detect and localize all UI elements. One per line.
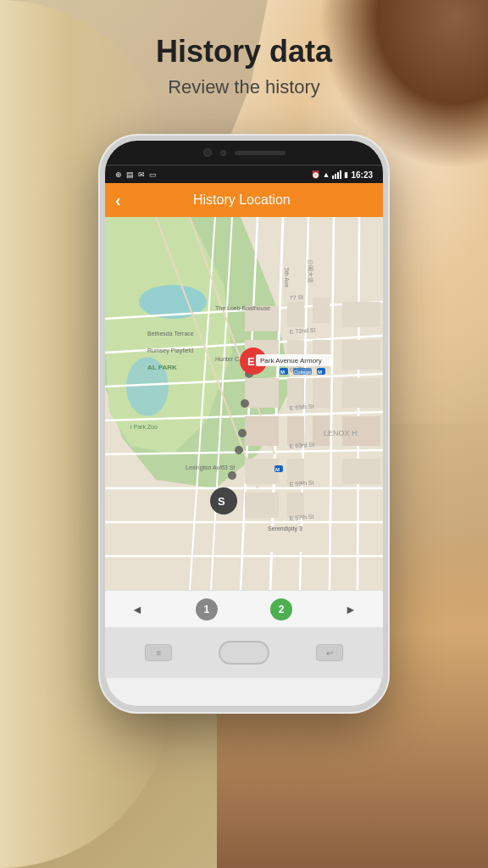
svg-point-72 — [241, 399, 249, 408]
phone-body: ⊕ ▤ ✉ ▭ ⏰ ▲ ▮ 16:23 ‹ History Loc — [100, 136, 388, 712]
back-hardware-icon: ↩ — [326, 648, 333, 658]
svg-rect-34 — [245, 459, 279, 484]
camera-lens — [203, 148, 212, 157]
svg-text:公園大道: 公園大道 — [308, 259, 313, 283]
status-icons-left: ⊕ ▤ ✉ ▭ — [115, 170, 157, 179]
svg-text:AL PARK: AL PARK — [147, 364, 177, 371]
main-title: History data — [0, 34, 488, 70]
signal-bar-4 — [340, 170, 341, 179]
svg-text:Hunter C...: Hunter C... — [215, 356, 244, 362]
svg-text:E: E — [247, 355, 255, 368]
menu-hardware-button[interactable]: ≡ — [145, 644, 172, 661]
status-icon-3: ✉ — [138, 170, 145, 179]
bottom-nav: ◄ 1 2 ► — [105, 590, 383, 627]
svg-text:Lexington Av/63 St: Lexington Av/63 St — [186, 465, 235, 471]
signal-bar-2 — [335, 174, 336, 179]
svg-text:Rumsey Playfield: Rumsey Playfield — [147, 348, 193, 354]
svg-text:S: S — [218, 495, 225, 508]
battery-icon: ▮ — [344, 170, 348, 179]
svg-text:College: College — [294, 370, 312, 375]
back-hardware-button[interactable]: ↩ — [316, 644, 343, 661]
status-time: 16:23 — [351, 170, 373, 180]
page-1-button[interactable]: 1 — [196, 598, 218, 620]
prev-button[interactable]: ◄ — [131, 603, 143, 616]
svg-text:M: M — [280, 370, 285, 375]
svg-text:Park Avenue Armory: Park Avenue Armory — [260, 357, 322, 364]
camera-dot-small — [220, 150, 226, 156]
svg-rect-41 — [342, 340, 380, 370]
phone-device: ⊕ ▤ ✉ ▭ ⏰ ▲ ▮ 16:23 ‹ History Loc — [100, 136, 388, 712]
page-2-button[interactable]: 2 — [270, 598, 292, 620]
title-area: History data Review the history — [0, 34, 488, 98]
svg-rect-32 — [287, 416, 304, 446]
menu-icon: ≡ — [156, 648, 161, 658]
svg-rect-24 — [313, 298, 330, 323]
status-icons-right: ⏰ ▲ ▮ 16:23 — [311, 170, 374, 180]
svg-text:Serendipity 3: Serendipity 3 — [268, 526, 302, 532]
svg-rect-30 — [313, 378, 330, 408]
back-button[interactable]: ‹ — [115, 191, 121, 210]
svg-text:5th Ave: 5th Ave — [284, 268, 290, 287]
svg-text:Bethesda Terrace: Bethesda Terrace — [147, 331, 194, 337]
svg-rect-23 — [287, 302, 304, 327]
svg-point-74 — [235, 446, 243, 454]
map-view[interactable]: 77 St E 72nd St 68 St E 65th St E 63rd S… — [105, 217, 383, 590]
alarm-icon: ⏰ — [311, 170, 320, 179]
svg-text:LENOX H: LENOX H — [324, 429, 358, 437]
svg-rect-31 — [245, 416, 279, 446]
svg-point-73 — [238, 429, 247, 437]
sub-title: Review the history — [0, 76, 488, 98]
svg-rect-42 — [342, 378, 380, 408]
svg-text:The Loeb Boathouse: The Loeb Boathouse — [215, 305, 270, 311]
status-icon-2: ▤ — [126, 170, 134, 179]
svg-rect-36 — [245, 492, 279, 518]
signal-bar-3 — [337, 172, 339, 179]
phone-notch — [105, 141, 383, 166]
svg-text:M: M — [318, 370, 322, 375]
status-icon-4: ▭ — [149, 170, 157, 179]
svg-rect-40 — [342, 302, 380, 327]
svg-point-75 — [228, 471, 236, 480]
svg-text:77 St: 77 St — [289, 294, 303, 301]
svg-rect-44 — [342, 459, 380, 484]
svg-text:l Park Zoo: l Park Zoo — [130, 424, 158, 430]
signal-bars — [332, 170, 341, 179]
status-bar: ⊕ ▤ ✉ ▭ ⏰ ▲ ▮ 16:23 — [105, 166, 383, 183]
map-svg: 77 St E 72nd St 68 St E 65th St E 63rd S… — [105, 217, 383, 590]
wifi-icon: ▲ — [323, 170, 330, 179]
signal-bar-1 — [332, 175, 334, 179]
hardware-buttons: ≡ ↩ — [105, 627, 383, 678]
svg-rect-29 — [287, 378, 304, 408]
svg-rect-28 — [245, 378, 279, 408]
home-hardware-button[interactable] — [219, 641, 269, 665]
speaker — [235, 151, 286, 155]
next-button[interactable]: ► — [345, 603, 357, 616]
svg-text:M: M — [275, 467, 280, 472]
status-icon-1: ⊕ — [115, 170, 122, 179]
app-header-title: History Location — [131, 192, 352, 208]
app-header: ‹ History Location — [105, 183, 383, 217]
